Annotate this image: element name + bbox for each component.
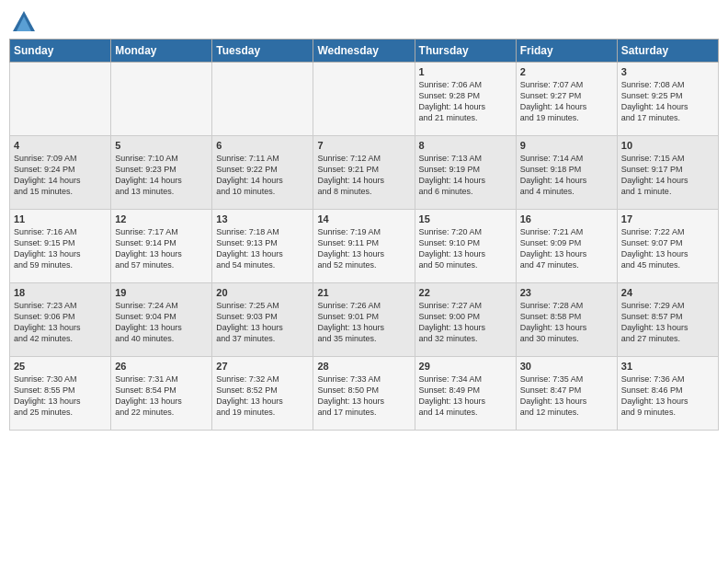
day-number: 26	[115, 361, 208, 372]
calendar-cell: 29Sunrise: 7:34 AM Sunset: 8:49 PM Dayli…	[415, 357, 516, 431]
day-number: 11	[14, 213, 107, 224]
day-content: Sunrise: 7:31 AM Sunset: 8:54 PM Dayligh…	[115, 373, 208, 419]
calendar-cell: 10Sunrise: 7:15 AM Sunset: 9:17 PM Dayli…	[617, 136, 718, 210]
day-number: 20	[216, 287, 309, 298]
calendar-cell: 27Sunrise: 7:32 AM Sunset: 8:52 PM Dayli…	[212, 357, 313, 431]
calendar-cell: 16Sunrise: 7:21 AM Sunset: 9:09 PM Dayli…	[516, 210, 617, 283]
header-wednesday: Wednesday	[313, 40, 415, 63]
header-saturday: Saturday	[617, 40, 718, 63]
calendar-cell: 21Sunrise: 7:26 AM Sunset: 9:01 PM Dayli…	[313, 283, 415, 357]
day-content: Sunrise: 7:08 AM Sunset: 9:25 PM Dayligh…	[621, 79, 714, 124]
day-number: 25	[14, 361, 107, 372]
day-number: 6	[216, 140, 309, 151]
day-number: 2	[520, 66, 613, 77]
day-content: Sunrise: 7:06 AM Sunset: 9:28 PM Dayligh…	[419, 79, 512, 124]
day-content: Sunrise: 7:11 AM Sunset: 9:22 PM Dayligh…	[216, 153, 309, 198]
day-content: Sunrise: 7:14 AM Sunset: 9:18 PM Dayligh…	[520, 153, 613, 198]
day-content: Sunrise: 7:25 AM Sunset: 9:03 PM Dayligh…	[216, 300, 309, 345]
header-friday: Friday	[516, 40, 617, 63]
day-number: 12	[115, 213, 208, 224]
day-content: Sunrise: 7:30 AM Sunset: 8:55 PM Dayligh…	[14, 373, 107, 419]
day-number: 5	[115, 140, 208, 151]
calendar-cell: 9Sunrise: 7:14 AM Sunset: 9:18 PM Daylig…	[516, 136, 617, 210]
day-content: Sunrise: 7:35 AM Sunset: 8:47 PM Dayligh…	[520, 373, 613, 419]
calendar-cell: 12Sunrise: 7:17 AM Sunset: 9:14 PM Dayli…	[111, 210, 212, 283]
day-number: 1	[419, 66, 512, 77]
day-content: Sunrise: 7:32 AM Sunset: 8:52 PM Dayligh…	[216, 373, 309, 419]
day-content: Sunrise: 7:34 AM Sunset: 8:49 PM Dayligh…	[419, 373, 512, 419]
logo	[9, 9, 37, 35]
day-number: 7	[317, 140, 410, 151]
day-number: 28	[317, 361, 410, 372]
calendar-cell: 13Sunrise: 7:18 AM Sunset: 9:13 PM Dayli…	[212, 210, 313, 283]
day-content: Sunrise: 7:13 AM Sunset: 9:19 PM Dayligh…	[419, 153, 512, 198]
calendar-week-row: 11Sunrise: 7:16 AM Sunset: 9:15 PM Dayli…	[10, 210, 719, 283]
day-content: Sunrise: 7:27 AM Sunset: 9:00 PM Dayligh…	[419, 300, 512, 345]
calendar-cell: 23Sunrise: 7:28 AM Sunset: 8:58 PM Dayli…	[516, 283, 617, 357]
day-content: Sunrise: 7:17 AM Sunset: 9:14 PM Dayligh…	[115, 226, 208, 271]
calendar-cell: 6Sunrise: 7:11 AM Sunset: 9:22 PM Daylig…	[212, 136, 313, 210]
day-content: Sunrise: 7:18 AM Sunset: 9:13 PM Dayligh…	[216, 226, 309, 271]
calendar-cell: 25Sunrise: 7:30 AM Sunset: 8:55 PM Dayli…	[10, 357, 111, 431]
day-content: Sunrise: 7:12 AM Sunset: 9:21 PM Dayligh…	[317, 153, 410, 198]
header-thursday: Thursday	[415, 40, 516, 63]
day-number: 15	[419, 213, 512, 224]
calendar-cell	[212, 63, 313, 136]
calendar-cell: 11Sunrise: 7:16 AM Sunset: 9:15 PM Dayli…	[10, 210, 111, 283]
day-content: Sunrise: 7:36 AM Sunset: 8:46 PM Dayligh…	[621, 373, 714, 419]
day-content: Sunrise: 7:21 AM Sunset: 9:09 PM Dayligh…	[520, 226, 613, 271]
day-number: 29	[419, 361, 512, 372]
day-number: 4	[14, 140, 107, 151]
day-content: Sunrise: 7:10 AM Sunset: 9:23 PM Dayligh…	[115, 153, 208, 198]
calendar-cell: 3Sunrise: 7:08 AM Sunset: 9:25 PM Daylig…	[617, 63, 718, 136]
calendar-cell: 20Sunrise: 7:25 AM Sunset: 9:03 PM Dayli…	[212, 283, 313, 357]
day-number: 19	[115, 287, 208, 298]
day-number: 22	[419, 287, 512, 298]
day-number: 16	[520, 213, 613, 224]
header-monday: Monday	[111, 40, 212, 63]
day-number: 23	[520, 287, 613, 298]
day-content: Sunrise: 7:22 AM Sunset: 9:07 PM Dayligh…	[621, 226, 714, 271]
day-number: 18	[14, 287, 107, 298]
day-number: 24	[621, 287, 714, 298]
calendar-cell: 18Sunrise: 7:23 AM Sunset: 9:06 PM Dayli…	[10, 283, 111, 357]
calendar-cell: 15Sunrise: 7:20 AM Sunset: 9:10 PM Dayli…	[415, 210, 516, 283]
calendar-cell: 31Sunrise: 7:36 AM Sunset: 8:46 PM Dayli…	[617, 357, 718, 431]
day-number: 27	[216, 361, 309, 372]
day-content: Sunrise: 7:15 AM Sunset: 9:17 PM Dayligh…	[621, 153, 714, 198]
calendar-week-row: 1Sunrise: 7:06 AM Sunset: 9:28 PM Daylig…	[10, 63, 719, 136]
day-number: 13	[216, 213, 309, 224]
logo-icon	[11, 9, 37, 35]
calendar-cell: 19Sunrise: 7:24 AM Sunset: 9:04 PM Dayli…	[111, 283, 212, 357]
header-tuesday: Tuesday	[212, 40, 313, 63]
page-header	[9, 9, 719, 35]
calendar-cell: 28Sunrise: 7:33 AM Sunset: 8:50 PM Dayli…	[313, 357, 415, 431]
day-content: Sunrise: 7:09 AM Sunset: 9:24 PM Dayligh…	[14, 153, 107, 198]
header-sunday: Sunday	[10, 40, 111, 63]
day-content: Sunrise: 7:33 AM Sunset: 8:50 PM Dayligh…	[317, 373, 410, 419]
calendar-header-row: SundayMondayTuesdayWednesdayThursdayFrid…	[10, 40, 719, 63]
day-number: 14	[317, 213, 410, 224]
calendar-cell	[10, 63, 111, 136]
day-number: 31	[621, 361, 714, 372]
day-content: Sunrise: 7:20 AM Sunset: 9:10 PM Dayligh…	[419, 226, 512, 271]
calendar-cell: 30Sunrise: 7:35 AM Sunset: 8:47 PM Dayli…	[516, 357, 617, 431]
day-number: 3	[621, 66, 714, 77]
calendar-cell: 14Sunrise: 7:19 AM Sunset: 9:11 PM Dayli…	[313, 210, 415, 283]
day-content: Sunrise: 7:07 AM Sunset: 9:27 PM Dayligh…	[520, 79, 613, 124]
calendar-week-row: 25Sunrise: 7:30 AM Sunset: 8:55 PM Dayli…	[10, 357, 719, 431]
day-content: Sunrise: 7:28 AM Sunset: 8:58 PM Dayligh…	[520, 300, 613, 345]
calendar-cell: 17Sunrise: 7:22 AM Sunset: 9:07 PM Dayli…	[617, 210, 718, 283]
day-number: 10	[621, 140, 714, 151]
day-content: Sunrise: 7:16 AM Sunset: 9:15 PM Dayligh…	[14, 226, 107, 271]
day-content: Sunrise: 7:24 AM Sunset: 9:04 PM Dayligh…	[115, 300, 208, 345]
calendar-cell: 2Sunrise: 7:07 AM Sunset: 9:27 PM Daylig…	[516, 63, 617, 136]
calendar-cell: 8Sunrise: 7:13 AM Sunset: 9:19 PM Daylig…	[415, 136, 516, 210]
calendar-cell	[111, 63, 212, 136]
calendar-cell: 7Sunrise: 7:12 AM Sunset: 9:21 PM Daylig…	[313, 136, 415, 210]
calendar-cell	[313, 63, 415, 136]
calendar-week-row: 4Sunrise: 7:09 AM Sunset: 9:24 PM Daylig…	[10, 136, 719, 210]
day-content: Sunrise: 7:23 AM Sunset: 9:06 PM Dayligh…	[14, 300, 107, 345]
day-content: Sunrise: 7:19 AM Sunset: 9:11 PM Dayligh…	[317, 226, 410, 271]
calendar-cell: 24Sunrise: 7:29 AM Sunset: 8:57 PM Dayli…	[617, 283, 718, 357]
